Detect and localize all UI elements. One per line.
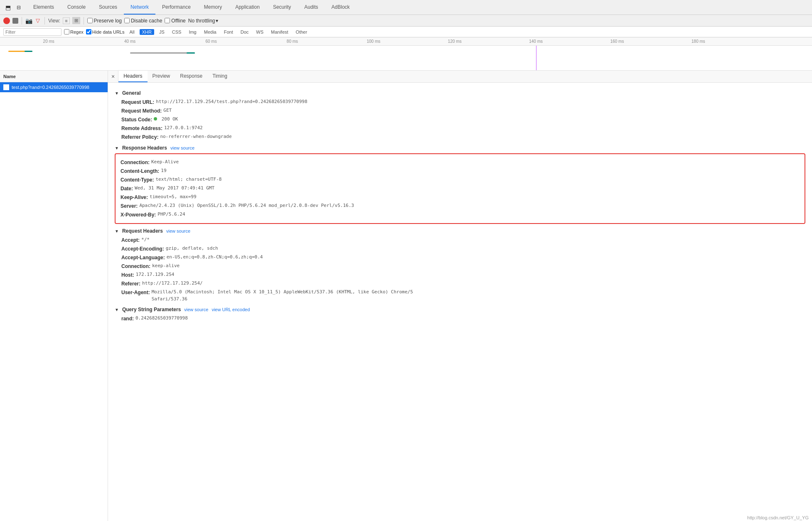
filter-xhr-button[interactable]: XHR: [140, 29, 154, 35]
filter-font-button[interactable]: Font: [221, 29, 236, 35]
file-list-header: Name: [0, 71, 108, 82]
tab-preview[interactable]: Preview: [148, 71, 175, 82]
cursor-icon[interactable]: ⬒: [3, 3, 12, 12]
request-url-row: Request URL: http://172.17.129.254/test.…: [121, 98, 805, 106]
close-button[interactable]: ×: [108, 71, 118, 82]
hide-data-urls-checkbox[interactable]: [86, 29, 91, 34]
tick-80ms: 80 ms: [287, 39, 298, 44]
record-button[interactable]: [3, 17, 10, 24]
req-user-agent-row: User-Agent: Mozilla/5.0 (Macintosh; Inte…: [121, 289, 805, 302]
disable-cache-checkbox[interactable]: [124, 18, 130, 23]
status-green-dot: [154, 117, 157, 120]
tick-60ms: 60 ms: [205, 39, 217, 44]
referrer-policy-row: Referrer Policy: no-referrer-when-downgr…: [121, 133, 805, 141]
tab-network[interactable]: Network: [124, 0, 155, 15]
tab-audits[interactable]: Audits: [298, 0, 325, 15]
filter-other-button[interactable]: Other: [293, 29, 310, 35]
regex-label[interactable]: Regex: [64, 29, 84, 34]
tick-180ms: 180 ms: [691, 39, 705, 44]
filter-img-button[interactable]: Img: [186, 29, 199, 35]
camera-button[interactable]: 📷: [25, 17, 32, 24]
offline-label[interactable]: Offline: [165, 18, 185, 24]
throttle-dropdown[interactable]: No throttling ▾: [188, 18, 219, 24]
resp-connection-row: Connection: Keep-Alive: [121, 159, 800, 166]
filter-ws-button[interactable]: WS: [253, 29, 266, 35]
toolbar-separator-2: [44, 17, 45, 25]
tab-timing[interactable]: Timing: [207, 71, 232, 82]
query-string-toggle-icon: ▼: [115, 307, 119, 312]
remote-address-row: Remote Address: 127.0.0.1:9742: [121, 125, 805, 132]
general-section-header[interactable]: ▼ General: [115, 90, 805, 96]
preserve-log-label[interactable]: Preserve log: [87, 18, 122, 24]
query-view-url-encoded-link[interactable]: view URL encoded: [212, 307, 250, 312]
resp-x-powered-by-row: X-Powered-By: PHP/5.6.24: [121, 211, 800, 219]
tick-20ms: 20 ms: [43, 39, 54, 44]
main-area: Name test.php?rand=0.24268265039770998 ×…: [0, 71, 812, 521]
response-view-source-link[interactable]: view source: [170, 145, 194, 150]
stop-button[interactable]: [12, 18, 18, 24]
detail-panel: × Headers Preview Response Timing ▼ Gene…: [108, 71, 812, 521]
req-connection-row: Connection: keep-alive: [121, 263, 805, 270]
file-name: test.php?rand=0.24268265039770998: [12, 85, 89, 90]
tab-adblock[interactable]: AdBlock: [325, 0, 357, 15]
request-headers-toggle-icon: ▼: [115, 229, 119, 233]
disable-cache-label[interactable]: Disable cache: [124, 18, 162, 24]
req-host-row: Host: 172.17.129.254: [121, 271, 805, 279]
tab-memory[interactable]: Memory: [197, 0, 229, 15]
response-headers-section-header[interactable]: ▼ Response Headers view source: [115, 145, 805, 151]
view-list-button[interactable]: ≡: [63, 17, 69, 24]
resp-server-row: Server: Apache/2.4.23 (Unix) OpenSSL/1.0…: [121, 202, 800, 210]
response-headers-section-label: Response Headers: [122, 145, 167, 151]
preserve-log-checkbox[interactable]: [87, 18, 93, 23]
file-item[interactable]: test.php?rand=0.24268265039770998: [0, 82, 108, 92]
tick-100ms: 100 ms: [367, 39, 380, 44]
response-headers-box: Connection: Keep-Alive Content-Length: 1…: [115, 153, 805, 224]
resp-content-type-row: Content-Type: text/html; charset=UTF-8: [121, 176, 800, 184]
offline-checkbox[interactable]: [165, 18, 170, 23]
tab-performance[interactable]: Performance: [155, 0, 197, 15]
headers-content: ▼ General Request URL: http://172.17.129…: [108, 83, 812, 327]
filter-button[interactable]: ▽: [34, 17, 41, 24]
request-headers-section-label: Request Headers: [122, 228, 163, 234]
timeline-bar-gray: [130, 52, 195, 54]
tab-security[interactable]: Security: [266, 0, 298, 15]
file-icon: [3, 84, 9, 90]
dock-icon[interactable]: ⊟: [14, 3, 23, 12]
query-string-section-header[interactable]: ▼ Query String Parameters view source vi…: [115, 307, 805, 312]
filter-all-button[interactable]: All: [127, 29, 137, 35]
view-label: View:: [48, 18, 60, 24]
toolbar-separator-1: [22, 17, 22, 25]
request-method-row: Request Method: GET: [121, 107, 805, 115]
tab-headers[interactable]: Headers: [118, 71, 147, 82]
query-view-source-link[interactable]: view source: [184, 307, 208, 312]
tab-console[interactable]: Console: [61, 0, 92, 15]
request-view-source-link[interactable]: view source: [166, 229, 190, 233]
query-rand-row: rand: 0.24268265039770998: [121, 315, 805, 322]
filter-js-button[interactable]: JS: [157, 29, 167, 35]
resp-date-row: Date: Wed, 31 May 2017 07:49:41 GMT: [121, 185, 800, 192]
filter-media-button[interactable]: Media: [202, 29, 219, 35]
general-section-label: General: [122, 90, 141, 96]
tab-response[interactable]: Response: [175, 71, 207, 82]
filter-input[interactable]: [3, 28, 62, 36]
tab-sources[interactable]: Sources: [92, 0, 124, 15]
request-headers-section-header[interactable]: ▼ Request Headers view source: [115, 228, 805, 234]
view-detail-button[interactable]: ⊞: [72, 17, 80, 24]
status-code-row: Status Code: 200 OK: [121, 116, 805, 123]
resp-keep-alive-row: Keep-Alive: timeout=5, max=99: [121, 194, 800, 201]
query-string-section-label: Query String Parameters: [122, 307, 181, 312]
tab-elements[interactable]: Elements: [27, 0, 61, 15]
resp-content-length-row: Content-Length: 19: [121, 167, 800, 175]
tab-application[interactable]: Application: [229, 0, 266, 15]
req-accept-language-row: Accept-Language: en-US,en;q=0.8,zh-CN;q=…: [121, 254, 805, 261]
req-referer-row: Referer: http://172.17.129.254/: [121, 280, 805, 288]
hide-data-urls-label[interactable]: Hide data URLs: [86, 29, 125, 34]
filter-css-button[interactable]: CSS: [170, 29, 184, 35]
filter-doc-button[interactable]: Doc: [238, 29, 251, 35]
file-list: Name test.php?rand=0.24268265039770998: [0, 71, 108, 521]
regex-checkbox[interactable]: [64, 29, 69, 34]
timeline-marker-line: [536, 46, 536, 71]
filter-manifest-button[interactable]: Manifest: [268, 29, 291, 35]
tick-40ms: 40 ms: [124, 39, 135, 44]
timeline: 20 ms 40 ms 60 ms 80 ms 100 ms 120 ms 14…: [0, 37, 812, 71]
